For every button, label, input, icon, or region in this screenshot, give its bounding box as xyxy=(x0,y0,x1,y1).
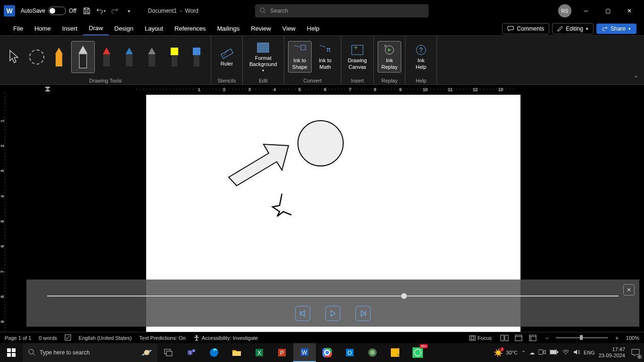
group-help: Help xyxy=(405,78,437,84)
status-spellcheck-icon[interactable] xyxy=(65,334,71,342)
taskbar-powerpoint[interactable]: P xyxy=(271,343,293,362)
tab-help[interactable]: Help xyxy=(301,22,325,35)
tray-meet-now-icon[interactable] xyxy=(538,349,546,356)
lasso-tool[interactable] xyxy=(26,43,47,71)
taskbar-word[interactable]: W xyxy=(293,343,316,362)
tray-clock[interactable]: 17:47 23-09-2024 xyxy=(599,346,625,359)
taskbar-app1[interactable] xyxy=(361,343,384,362)
status-page[interactable]: Page 1 of 1 xyxy=(5,335,31,341)
maximize-button[interactable]: ▢ xyxy=(597,4,619,18)
taskbar-whatsapp[interactable]: 99+ xyxy=(406,343,429,362)
tab-file[interactable]: File xyxy=(8,22,29,35)
highlighter-yellow[interactable] xyxy=(164,43,185,71)
replay-close-button[interactable]: ✕ xyxy=(623,284,635,296)
taskbar-outlook[interactable]: O xyxy=(339,343,361,362)
ink-replay-button[interactable]: Ink Replay xyxy=(378,41,401,72)
tray-notifications[interactable]: 6 xyxy=(629,346,642,359)
tray-volume-icon[interactable] xyxy=(573,349,580,356)
zoom-level[interactable]: 100% xyxy=(626,335,639,341)
taskbar-chrome[interactable] xyxy=(316,343,339,362)
close-button[interactable]: ✕ xyxy=(619,4,640,18)
drawing-canvas-button[interactable]: + Drawing Canvas xyxy=(345,41,370,72)
redo-button[interactable] xyxy=(110,6,120,16)
tab-references[interactable]: References xyxy=(169,22,211,35)
svg-text:5: 5 xyxy=(298,87,301,92)
zoom-out-button[interactable]: − xyxy=(545,335,548,341)
tray-language[interactable]: ENG xyxy=(584,350,595,355)
tab-insert[interactable]: Insert xyxy=(57,22,83,35)
start-button[interactable] xyxy=(0,343,23,362)
drawn-arrow-shape[interactable] xyxy=(229,144,289,186)
pen-red[interactable] xyxy=(97,43,117,71)
highlighter-blue[interactable] xyxy=(186,43,207,71)
zoom-slider[interactable] xyxy=(556,337,608,338)
tab-view[interactable]: View xyxy=(277,22,301,35)
taskbar-edge[interactable] xyxy=(203,343,225,362)
status-words[interactable]: 0 words xyxy=(39,335,57,341)
select-tool[interactable] xyxy=(4,43,25,71)
user-avatar[interactable]: RS xyxy=(558,4,571,17)
pen-blue[interactable] xyxy=(119,43,140,71)
tray-wifi-icon[interactable] xyxy=(562,349,570,356)
print-layout-button[interactable] xyxy=(513,334,524,342)
replay-thumb[interactable] xyxy=(401,293,407,299)
taskbar-explorer[interactable] xyxy=(225,343,248,362)
tab-home[interactable]: Home xyxy=(29,22,57,35)
svg-text:1: 1 xyxy=(198,87,200,92)
taskbar-teams[interactable]: T xyxy=(180,343,203,362)
svg-text:O: O xyxy=(347,350,352,356)
status-accessibility[interactable]: Accessibility: Investigate xyxy=(193,335,258,341)
tab-review[interactable]: Review xyxy=(245,22,277,35)
autosave-state: Off xyxy=(69,8,76,14)
collapse-ribbon-button[interactable]: ⌃ xyxy=(634,75,638,82)
replay-track[interactable] xyxy=(47,296,619,296)
web-layout-button[interactable] xyxy=(528,334,538,342)
share-button[interactable]: Share ▾ xyxy=(596,24,636,34)
zoom-in-button[interactable]: + xyxy=(615,335,618,341)
ink-to-math-button[interactable]: π Ink to Math xyxy=(314,41,337,72)
status-predictions[interactable]: Text Predictions: On xyxy=(139,335,185,341)
replay-play-button[interactable] xyxy=(325,306,340,321)
tray-battery-icon[interactable] xyxy=(550,350,558,355)
drawn-partial-star[interactable] xyxy=(272,194,291,216)
group-edit: Edit xyxy=(243,78,284,84)
read-mode-button[interactable] xyxy=(499,334,510,342)
tray-overflow[interactable]: ⌃ xyxy=(521,350,526,356)
pen-orange[interactable] xyxy=(49,43,69,71)
drawn-circle-shape[interactable] xyxy=(298,121,343,166)
ink-to-shape-button[interactable]: Ink to Shape xyxy=(288,41,312,72)
replay-forward-button[interactable] xyxy=(355,306,371,321)
undo-button[interactable]: ▾ xyxy=(96,6,106,16)
svg-text:3: 3 xyxy=(0,170,5,172)
focus-mode-button[interactable]: Focus xyxy=(469,335,492,341)
indent-marker[interactable] xyxy=(45,85,50,93)
ink-help-button[interactable]: ? Ink Help xyxy=(409,41,433,72)
search-box[interactable]: Search xyxy=(255,4,429,17)
comments-button[interactable]: Comments xyxy=(502,23,549,34)
save-button[interactable] xyxy=(82,6,91,16)
replay-rewind-button[interactable] xyxy=(295,306,310,321)
tab-mailings[interactable]: Mailings xyxy=(212,22,246,35)
taskbar-excel[interactable]: X xyxy=(248,343,271,362)
vertical-ruler[interactable]: 123456789 xyxy=(0,93,9,343)
tray-onedrive-icon[interactable]: ☁ xyxy=(529,350,535,356)
autosave-toggle[interactable] xyxy=(48,7,66,15)
pen-gray[interactable] xyxy=(141,43,162,71)
tab-draw[interactable]: Draw xyxy=(83,22,108,35)
format-background-button[interactable]: Format Background▾ xyxy=(247,39,280,74)
editing-mode-button[interactable]: Editing ▾ xyxy=(552,23,594,34)
svg-text:9: 9 xyxy=(0,321,5,323)
taskbar-weather[interactable]: ☀️1 30°C xyxy=(494,348,518,357)
tab-design[interactable]: Design xyxy=(109,22,139,35)
ink-to-shape-icon xyxy=(293,43,306,57)
taskbar-search[interactable]: Type here to search 🪐 xyxy=(23,343,157,362)
task-view-button[interactable] xyxy=(157,343,180,362)
ruler-button[interactable]: Ruler xyxy=(215,45,239,69)
taskbar-stickynotes[interactable] xyxy=(384,343,406,362)
tab-layout[interactable]: Layout xyxy=(139,22,169,35)
status-language[interactable]: English (United States) xyxy=(79,335,132,341)
pen-black[interactable] xyxy=(71,41,95,73)
qat-customize[interactable]: ▾ xyxy=(124,6,134,16)
horizontal-ruler[interactable]: 12345678910111213 xyxy=(0,85,644,93)
minimize-button[interactable]: ─ xyxy=(575,4,597,18)
